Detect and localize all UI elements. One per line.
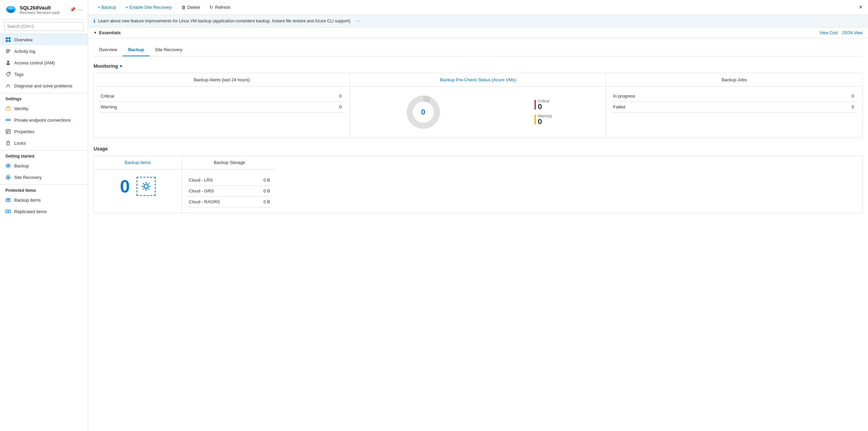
svg-point-29	[7, 175, 9, 176]
azure-logo	[5, 4, 16, 15]
svg-point-16	[6, 119, 8, 121]
backup-button[interactable]: + Backup	[94, 3, 120, 12]
svg-rect-21	[7, 131, 9, 132]
failed-value: 0	[806, 102, 857, 112]
svg-rect-23	[7, 143, 9, 145]
section-protected-items: Protected items	[0, 184, 88, 194]
header-icons: 📌 ···	[70, 7, 82, 12]
ragrs-label: Cloud - RAGRS	[187, 197, 253, 207]
sidebar-item-backup[interactable]: Backup	[0, 160, 88, 171]
sidebar-item-tags[interactable]: Tags	[0, 68, 88, 80]
main-content: + Backup + Enable Site Recovery 🗑 Delete…	[88, 0, 868, 431]
sidebar-item-overview-label: Overview	[14, 37, 33, 42]
sidebar-item-locks[interactable]: Locks	[0, 137, 88, 149]
sidebar-item-private-endpoints-label: Private endpoint connections	[14, 118, 71, 123]
table-row: Cloud - RAGRS 0 B	[187, 197, 271, 207]
backup-items-link[interactable]: Backup items	[124, 160, 151, 165]
sidebar-item-overview[interactable]: Overview	[0, 34, 88, 45]
svg-rect-7	[6, 49, 10, 50]
svg-rect-20	[7, 130, 9, 131]
vault-name: SQL2k8Vault	[20, 5, 66, 11]
backup-items-card: Backup items 0	[94, 156, 182, 213]
delete-icon: 🗑	[181, 5, 186, 10]
pre-check-link[interactable]: Backup Pre-Check Status (Azure VMs)	[440, 77, 516, 82]
storage-table: Cloud - LRS 0 B Cloud - GRS 0 B Cloud - …	[187, 175, 271, 207]
tab-site-recovery[interactable]: Site Recovery	[149, 44, 188, 56]
properties-icon	[5, 129, 11, 134]
svg-point-26	[6, 167, 10, 168]
essentials-chevron-icon: ▼	[94, 31, 97, 35]
view-cost-link[interactable]: View Cost	[820, 30, 838, 35]
enable-site-recovery-button[interactable]: + Enable Site Recovery	[122, 3, 176, 12]
backup-storage-body: Cloud - LRS 0 B Cloud - GRS 0 B Cloud - …	[182, 169, 277, 213]
monitoring-dot	[120, 65, 122, 67]
svg-marker-12	[6, 72, 10, 76]
table-row: Failed 0	[612, 102, 857, 112]
legend-info-critical: Critical 0	[538, 99, 549, 110]
svg-rect-5	[6, 40, 8, 42]
pin-icon[interactable]: 📌	[70, 7, 76, 12]
backup-items-card-body: 0	[94, 169, 182, 203]
close-button[interactable]: ×	[859, 4, 863, 11]
warning-value: 0	[282, 102, 344, 112]
sidebar-item-replicated-items[interactable]: Replicated items	[0, 206, 88, 217]
svg-rect-35	[8, 210, 11, 213]
activity-log-icon	[5, 48, 11, 54]
svg-point-17	[9, 119, 11, 121]
refresh-button[interactable]: ↻ Refresh	[205, 3, 235, 12]
delete-button[interactable]: 🗑 Delete	[177, 3, 204, 12]
sidebar-item-identity[interactable]: Identity	[0, 103, 88, 114]
failed-label: Failed	[612, 102, 806, 112]
svg-point-28	[7, 177, 9, 179]
essentials-toggle[interactable]: ▼ Essentials	[94, 30, 121, 35]
sidebar-title-section: SQL2k8Vault Recovery Services vault	[20, 5, 66, 15]
monitoring-title: Monitoring	[94, 63, 863, 69]
backup-icon	[5, 163, 11, 168]
backup-alerts-card: Backup Alerts (last 24 hours) Critical 0…	[94, 73, 350, 138]
grs-value: 0 B	[253, 186, 271, 197]
sidebar-item-access-control-label: Access control (IAM)	[14, 60, 55, 65]
diagnose-icon	[5, 83, 11, 88]
content-tabs: Overview Backup Site Recovery	[94, 44, 863, 57]
donut-container: 0 Critical 0	[356, 91, 601, 134]
donut-legend: Critical 0 Warning 0	[534, 99, 552, 125]
sidebar-item-activity-log[interactable]: Activity log	[0, 45, 88, 57]
sidebar-item-replicated-items-label: Replicated items	[14, 209, 47, 214]
sidebar-item-properties-label: Properties	[14, 129, 34, 134]
tab-backup[interactable]: Backup	[123, 44, 149, 56]
svg-rect-8	[6, 51, 10, 52]
svg-line-47	[143, 188, 144, 190]
monitoring-cards: Backup Alerts (last 24 hours) Critical 0…	[94, 73, 863, 138]
svg-rect-22	[7, 132, 8, 133]
sidebar-item-properties[interactable]: Properties	[0, 126, 88, 137]
content-area: Overview Backup Site Recovery Monitoring…	[88, 38, 868, 431]
sidebar-item-private-endpoints[interactable]: Private endpoint connections	[0, 114, 88, 126]
sidebar-item-site-recovery-label: Site Recovery	[14, 175, 42, 180]
section-settings: Settings	[0, 93, 88, 103]
sidebar-item-site-recovery[interactable]: Site Recovery	[0, 171, 88, 183]
svg-point-11	[6, 63, 10, 65]
critical-bar	[534, 100, 536, 109]
sidebar-item-backup-items[interactable]: Backup items	[0, 194, 88, 206]
sidebar-item-access-control[interactable]: Access control (IAM)	[0, 57, 88, 68]
search-container	[0, 19, 88, 34]
json-view-link[interactable]: JSON View	[842, 30, 863, 35]
usage-cards: Backup items 0	[94, 156, 863, 213]
usage-title: Usage	[94, 146, 863, 151]
critical-label: Critical	[99, 91, 282, 102]
legend-item-warning: Warning 0	[534, 114, 552, 125]
legend-info-warning: Warning 0	[538, 114, 552, 125]
sidebar-header: SQL2k8Vault Recovery Services vault 📌 ··…	[0, 0, 88, 19]
sidebar-item-locks-label: Locks	[14, 141, 26, 146]
info-banner-text: Learn about new feature improvements for…	[98, 19, 350, 23]
replicated-items-icon	[5, 209, 11, 214]
table-row: In progress 0	[612, 91, 857, 102]
tab-overview[interactable]: Overview	[94, 44, 123, 56]
backup-jobs-body: In progress 0 Failed 0	[606, 87, 862, 117]
info-banner-arrow[interactable]: →	[356, 19, 360, 23]
sidebar-item-diagnose[interactable]: Diagnose and solve problems	[0, 80, 88, 91]
more-icon[interactable]: ···	[78, 7, 82, 12]
svg-rect-9	[6, 52, 9, 53]
warning-label: Warning	[99, 102, 282, 112]
search-input[interactable]	[4, 22, 84, 31]
